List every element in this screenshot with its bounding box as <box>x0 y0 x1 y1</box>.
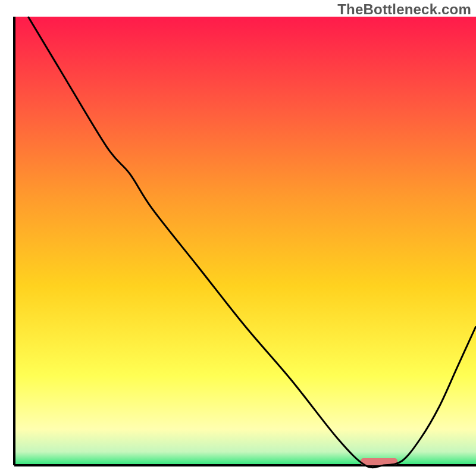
bottleneck-chart <box>0 0 476 476</box>
plot-background <box>14 17 476 465</box>
chart-container: TheBottleneck.com <box>0 0 476 476</box>
